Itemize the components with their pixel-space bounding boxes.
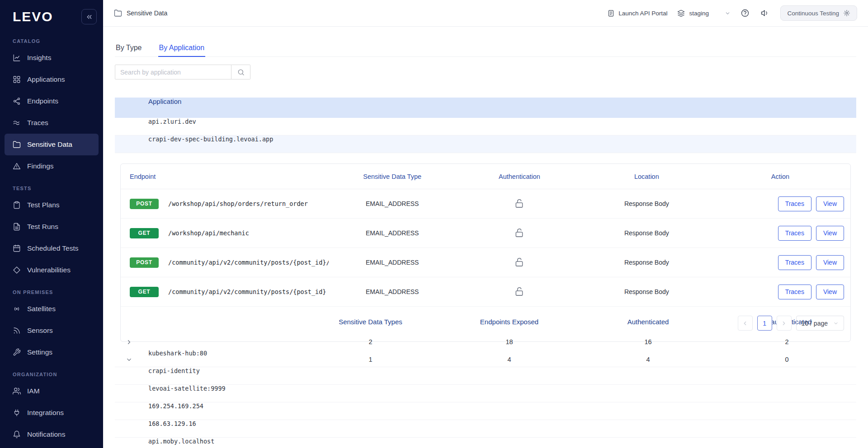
clipboard-icon <box>13 201 21 209</box>
sidebar-item-findings[interactable]: Findings <box>5 155 99 177</box>
col-authentication: Authentication <box>456 173 583 180</box>
launch-api-portal-link[interactable]: Launch API Portal <box>607 9 667 17</box>
breadcrumb-label: Sensitive Data <box>127 9 167 17</box>
continuous-testing-label: Continuous Testing <box>787 10 839 17</box>
launch-api-portal-label: Launch API Portal <box>618 10 667 17</box>
application-row[interactable]: crapi-identity 5 3 1 2 <box>115 367 856 385</box>
chevron-down-icon <box>833 321 839 326</box>
page-size-select[interactable]: 10 / page <box>796 316 844 331</box>
sidebar-item-vulnerabilities[interactable]: Vulnerabilities <box>5 259 99 281</box>
application-row[interactable]: 168.63.129.16 1 2 0 2 <box>115 420 856 438</box>
sidebar-item-notifications[interactable]: Notifications <box>5 424 99 445</box>
endpoint-path: /workshop/api/shop/orders/return_order <box>168 200 308 207</box>
sidebar-item-sensors[interactable]: Sensors <box>5 320 99 341</box>
pagination-page-1[interactable]: 1 <box>757 316 772 331</box>
search-button[interactable] <box>231 65 250 79</box>
application-row[interactable]: levoai-satellite:9999 1 2 0 2 <box>115 385 856 402</box>
sidebar-item-iam[interactable]: IAM <box>5 380 99 402</box>
question-circle-icon <box>741 9 750 18</box>
col-location: Location <box>583 173 710 180</box>
sidebar-item-applications[interactable]: Applications <box>5 69 99 90</box>
lock-open-icon <box>514 198 524 209</box>
location-value: Response Body <box>583 288 710 295</box>
grid-icon <box>13 75 21 84</box>
sidebar-item-label: Settings <box>27 348 52 356</box>
signal-icon <box>13 327 21 335</box>
sidebar-collapse-button[interactable] <box>81 9 97 24</box>
application-row[interactable]: 169.254.169.254 3 5 0 5 <box>115 402 856 420</box>
sidebar-item-test-plans[interactable]: Test Plans <box>5 194 99 216</box>
applications-table: Application Sensitive Data Types Endpoin… <box>115 98 856 448</box>
file-list-icon <box>13 223 21 231</box>
plug-icon <box>13 409 21 417</box>
traces-button[interactable]: Traces <box>778 285 811 299</box>
traces-button[interactable]: Traces <box>778 255 811 270</box>
sidebar-item-label: Applications <box>27 75 65 84</box>
sidebar-item-scheduled-tests[interactable]: Scheduled Tests <box>5 238 99 259</box>
sidebar-section-on-premises: ON PREMISES <box>0 286 103 298</box>
warning-triangle-icon <box>13 162 21 170</box>
help-button[interactable] <box>741 8 750 18</box>
folder-icon <box>13 140 21 149</box>
continuous-testing-button[interactable]: Continuous Testing <box>780 5 857 21</box>
sidebar-item-label: Sensors <box>27 327 53 335</box>
method-badge: GET <box>130 287 159 297</box>
users-icon <box>13 387 21 395</box>
pagination-prev-button[interactable] <box>738 316 753 331</box>
col-sensitive-data-type: Sensitive Data Type <box>329 173 456 180</box>
sidebar-item-settings[interactable]: Settings <box>5 341 99 363</box>
view-button[interactable]: View <box>816 285 844 299</box>
location-value: Response Body <box>583 200 710 207</box>
calendar-icon <box>13 244 21 252</box>
announcements-button[interactable] <box>760 8 770 18</box>
sidebar-item-label: Endpoints <box>27 97 58 105</box>
tab-by-type[interactable]: By Type <box>115 44 143 57</box>
sidebar-item-endpoints[interactable]: Endpoints <box>5 90 99 112</box>
sidebar-item-traces[interactable]: Traces <box>5 112 99 134</box>
sensitive-data-folder-icon <box>114 9 122 17</box>
tab-by-application[interactable]: By Application <box>158 44 206 57</box>
col-endpoint: Endpoint <box>121 173 329 180</box>
broadcast-icon <box>13 305 21 313</box>
expand-row-icon[interactable] <box>126 339 132 345</box>
chevron-left-icon <box>742 320 748 327</box>
view-button[interactable]: View <box>816 196 844 211</box>
environment-select[interactable]: staging <box>677 9 731 17</box>
sidebar-item-label: Scheduled Tests <box>27 244 78 252</box>
waves-icon <box>13 119 21 127</box>
pagination-next-button[interactable] <box>777 316 792 331</box>
application-row[interactable]: api.moby.localhost 1 2 0 2 <box>115 438 856 448</box>
endpoint-path: /community/api/v2/community/posts/{post_… <box>168 259 329 266</box>
view-button[interactable]: View <box>816 255 844 270</box>
document-icon <box>607 9 615 17</box>
lock-open-icon <box>514 228 524 238</box>
top-header: Sensitive Data Launch API Portal staging <box>103 0 868 27</box>
sidebar-item-label: Test Runs <box>27 223 58 231</box>
sidebar-item-insights[interactable]: Insights <box>5 47 99 69</box>
sidebar-section-tests: TESTS <box>0 182 103 194</box>
application-row[interactable]: kubeshark-hub:80 1 1 0 1 <box>115 350 856 367</box>
search-input[interactable] <box>115 65 231 79</box>
sidebar-item-label: Satellites <box>27 305 56 313</box>
sidebar-item-test-runs[interactable]: Test Runs <box>5 216 99 238</box>
megaphone-icon <box>760 9 770 18</box>
traces-button[interactable]: Traces <box>778 226 811 241</box>
view-button[interactable]: View <box>816 226 844 241</box>
method-badge: POST <box>130 199 159 209</box>
chart-line-icon <box>13 54 21 62</box>
breadcrumb: Sensitive Data <box>114 9 167 17</box>
sidebar-item-satellites[interactable]: Satellites <box>5 298 99 320</box>
location-value: Response Body <box>583 229 710 237</box>
application-row[interactable]: api.zluri.dev 2 18 16 2 <box>115 118 856 135</box>
sidebar-item-label: Vulnerabilities <box>27 266 71 274</box>
sidebar-item-integrations[interactable]: Integrations <box>5 402 99 424</box>
col-action: Action <box>710 173 850 180</box>
application-row-expanded[interactable]: crapi-dev-spec-building.levoai.app 1 4 4… <box>115 135 856 153</box>
sensitive-data-type-value: EMAIL_ADDRESS <box>329 229 456 237</box>
collapse-row-icon[interactable] <box>126 356 132 363</box>
sidebar-item-sensitive-data[interactable]: Sensitive Data <box>5 134 99 155</box>
sidebar-nav: CATALOG Insights Applications Endpoints … <box>0 35 103 445</box>
traces-button[interactable]: Traces <box>778 196 811 211</box>
layers-icon <box>677 9 685 17</box>
sidebar-item-label: Integrations <box>27 409 64 417</box>
